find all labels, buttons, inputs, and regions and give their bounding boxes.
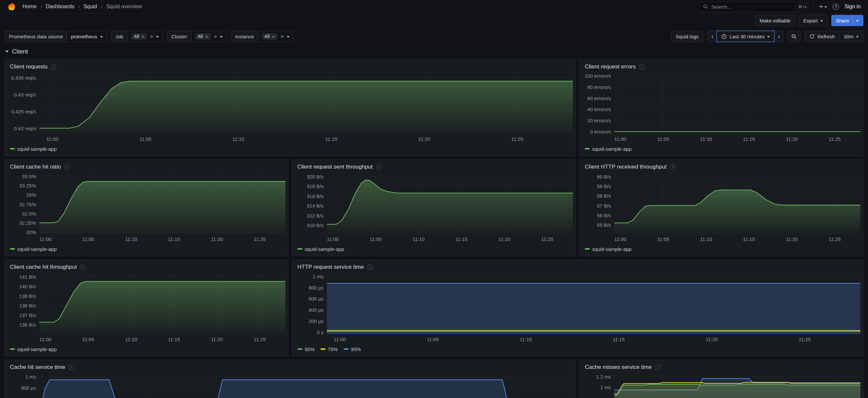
- legend-item[interactable]: 50%: [298, 346, 315, 352]
- filter-chip-value: All: [265, 34, 270, 39]
- remove-chip-icon[interactable]: ×: [205, 34, 208, 39]
- datasource-value-dropdown[interactable]: prometheus: [67, 31, 106, 42]
- caret-down-icon: [220, 36, 223, 38]
- plot-area[interactable]: [39, 173, 285, 234]
- panel-title: Client HTTP received throughput: [585, 164, 666, 170]
- info-icon[interactable]: i: [655, 365, 660, 370]
- clear-filter-icon[interactable]: ×: [150, 34, 153, 39]
- info-icon[interactable]: i: [51, 64, 56, 70]
- breadcrumb-dashboards[interactable]: Dashboards: [45, 4, 74, 9]
- refresh-interval-dropdown[interactable]: 30m: [839, 31, 863, 42]
- legend-item[interactable]: squid-sample-app: [10, 346, 57, 352]
- squid-logs-button[interactable]: Squid logs: [671, 31, 703, 42]
- legend-item[interactable]: squid-sample-app: [10, 146, 57, 152]
- time-range-label: Last 30 minutes: [730, 34, 765, 39]
- x-axis-label: 11:10: [520, 336, 532, 342]
- plot-area[interactable]: [614, 374, 860, 398]
- plot-area[interactable]: [614, 73, 860, 134]
- top-nav: Home › Dashboards › Squid › Squid overvi…: [0, 0, 868, 13]
- grafana-logo[interactable]: [7, 2, 16, 11]
- x-axis-label: 11:15: [613, 336, 624, 342]
- plot-area[interactable]: [327, 274, 860, 334]
- y-axis-label: 56 B/s: [597, 212, 611, 218]
- sign-in-button[interactable]: Sign in: [844, 4, 861, 9]
- plot-area[interactable]: [614, 173, 860, 234]
- clear-filter-icon[interactable]: ×: [280, 34, 284, 39]
- plot-area[interactable]: [39, 73, 573, 134]
- share-button[interactable]: Share: [831, 15, 863, 26]
- instance-filter-dropdown[interactable]: All × ×: [258, 31, 293, 42]
- panel-title: Cache hit service time: [10, 364, 65, 371]
- export-button[interactable]: Export: [799, 15, 828, 26]
- legend-series-color: [320, 349, 326, 350]
- plot-area[interactable]: [39, 374, 573, 398]
- remove-chip-icon[interactable]: ×: [272, 34, 275, 39]
- legend-item[interactable]: squid-sample-app: [298, 246, 344, 252]
- search-input[interactable]: [711, 4, 792, 9]
- legend-item[interactable]: 95%: [344, 346, 361, 352]
- y-axis-label: 1 ms: [600, 385, 611, 390]
- panel-header[interactable]: Client request errors i: [580, 60, 863, 71]
- info-icon[interactable]: i: [367, 264, 373, 270]
- plot-area[interactable]: [327, 173, 573, 234]
- help-button[interactable]: ?: [833, 4, 839, 10]
- filter-chip[interactable]: All ×: [195, 33, 211, 40]
- zoom-out-icon: [791, 34, 797, 39]
- panel-header[interactable]: Client requests i: [5, 60, 576, 71]
- make-editable-button[interactable]: Make editable: [755, 15, 795, 26]
- clear-filter-icon[interactable]: ×: [214, 34, 217, 39]
- x-axis-label: 11:10: [125, 236, 137, 242]
- time-range-picker[interactable]: Last 30 minutes: [716, 31, 774, 42]
- time-shift-forward-button[interactable]: ›: [774, 31, 783, 42]
- legend-series-name: squid-sample-app: [17, 346, 57, 352]
- x-axis-label: 11:10: [232, 136, 244, 142]
- x-axis-label: 11:15: [168, 336, 180, 342]
- panel-header[interactable]: Cache hit service time i: [5, 360, 576, 372]
- filter-chip[interactable]: All ×: [131, 33, 147, 40]
- breadcrumb-squid[interactable]: Squid: [83, 4, 97, 9]
- x-axis-label: 11:00: [39, 236, 51, 242]
- y-axis-label: 320 B/s: [307, 173, 323, 179]
- panel-header[interactable]: Client request sent throughput i: [292, 160, 576, 172]
- panel-header[interactable]: HTTP request service time i: [292, 260, 863, 272]
- info-icon[interactable]: i: [68, 365, 74, 370]
- remove-chip-icon[interactable]: ×: [141, 34, 144, 39]
- cluster-filter-dropdown[interactable]: All × ×: [191, 31, 226, 42]
- panel-title: Client requests: [10, 63, 47, 70]
- job-filter-dropdown[interactable]: All × ×: [128, 31, 163, 42]
- datasource-value: prometheus: [71, 34, 97, 39]
- zoom-out-button[interactable]: [787, 31, 801, 42]
- new-menu-button[interactable]: +: [819, 3, 827, 10]
- legend-item[interactable]: 75%: [320, 346, 338, 352]
- x-axis-label: 11:10: [700, 136, 712, 142]
- panel-header[interactable]: Client cache hit ratio i: [5, 160, 288, 172]
- time-shift-back-button[interactable]: ‹: [708, 31, 717, 42]
- x-axis-label: 11:20: [786, 236, 798, 242]
- y-axis-label: 800 µs: [21, 385, 36, 390]
- caret-down-icon: [100, 36, 103, 38]
- y-axis-label: 200 µs: [309, 318, 323, 324]
- legend-item[interactable]: squid-sample-app: [10, 246, 57, 252]
- info-icon[interactable]: i: [64, 164, 70, 170]
- x-axis-label: 11:15: [743, 136, 755, 142]
- plot-area[interactable]: [39, 274, 285, 334]
- refresh-button[interactable]: Refresh: [805, 31, 840, 42]
- panel-title: Client request errors: [585, 63, 636, 70]
- x-axis-label: 11:05: [82, 236, 94, 242]
- x-axis-label: 11:20: [211, 336, 223, 342]
- panel-header[interactable]: Cache misses service time i: [580, 360, 863, 372]
- info-icon[interactable]: i: [670, 164, 676, 170]
- search-box[interactable]: ⌘+k: [699, 2, 813, 12]
- legend-item[interactable]: squid-sample-app: [585, 246, 631, 252]
- info-icon[interactable]: i: [639, 64, 645, 70]
- section-client-toggle[interactable]: Client: [5, 48, 863, 55]
- panel-header[interactable]: Client HTTP received throughput i: [580, 160, 863, 172]
- info-icon[interactable]: i: [80, 264, 86, 270]
- panel-header[interactable]: Client cache hit throughput i: [5, 260, 288, 272]
- caret-down-icon: [767, 36, 770, 38]
- legend-item[interactable]: squid-sample-app: [585, 146, 631, 152]
- y-axis-label: 600 µs: [309, 296, 323, 301]
- info-icon[interactable]: i: [376, 164, 382, 170]
- breadcrumb-home[interactable]: Home: [23, 4, 37, 9]
- filter-chip[interactable]: All ×: [262, 33, 278, 40]
